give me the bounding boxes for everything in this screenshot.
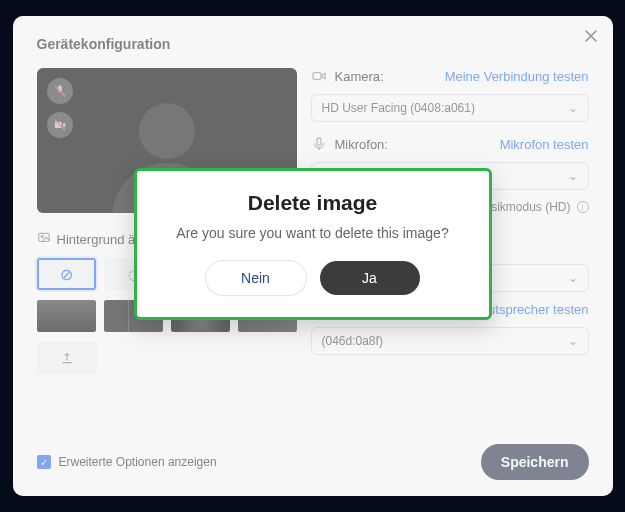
mic-muted-icon [47,78,73,104]
bg-option-none[interactable]: ⊘ [37,258,96,290]
speaker-select[interactable]: (046d:0a8f) ⌄ [311,327,589,355]
chevron-down-icon: ⌄ [568,101,578,115]
advanced-options-checkbox[interactable]: ✓ Erweiterte Optionen anzeigen [37,455,217,469]
chevron-down-icon: ⌄ [568,271,578,285]
chevron-down-icon: ⌄ [568,334,578,348]
delete-image-dialog: Delete image Are you sure you want to de… [134,168,492,320]
image-icon [37,231,51,248]
camera-off-icon [47,112,73,138]
no-button[interactable]: Nein [206,261,306,295]
info-icon[interactable]: i [577,201,589,213]
svg-point-2 [41,236,43,238]
none-icon: ⊘ [60,265,73,284]
chevron-down-icon: ⌄ [568,169,578,183]
microphone-label: Mikrofon: [335,137,388,152]
camera-select[interactable]: HD User Facing (0408:a061) ⌄ [311,94,589,122]
test-microphone-link[interactable]: Mikrofon testen [500,137,589,152]
svg-rect-4 [317,138,321,145]
svg-rect-3 [313,73,321,80]
modal-backdrop: Gerätekonfiguration [0,0,625,512]
test-connection-link[interactable]: Meine Verbindung testen [445,69,589,84]
camera-selected-value: HD User Facing (0408:a061) [322,101,475,115]
close-icon[interactable] [585,28,597,46]
yes-button[interactable]: Ja [320,261,420,295]
camera-label: Kamera: [335,69,384,84]
microphone-icon [311,136,327,152]
modal-title: Gerätekonfiguration [37,36,589,52]
save-button[interactable]: Speichern [481,444,589,480]
dialog-message: Are you sure you want to delete this ima… [161,225,465,241]
checkbox-checked-icon: ✓ [37,455,51,469]
bg-option-image-2[interactable] [37,300,96,332]
camera-icon [311,68,327,84]
advanced-options-label: Erweiterte Optionen anzeigen [59,455,217,469]
dialog-title: Delete image [161,191,465,215]
bg-option-upload[interactable] [37,342,97,374]
speaker-selected-value: (046d:0a8f) [322,334,383,348]
